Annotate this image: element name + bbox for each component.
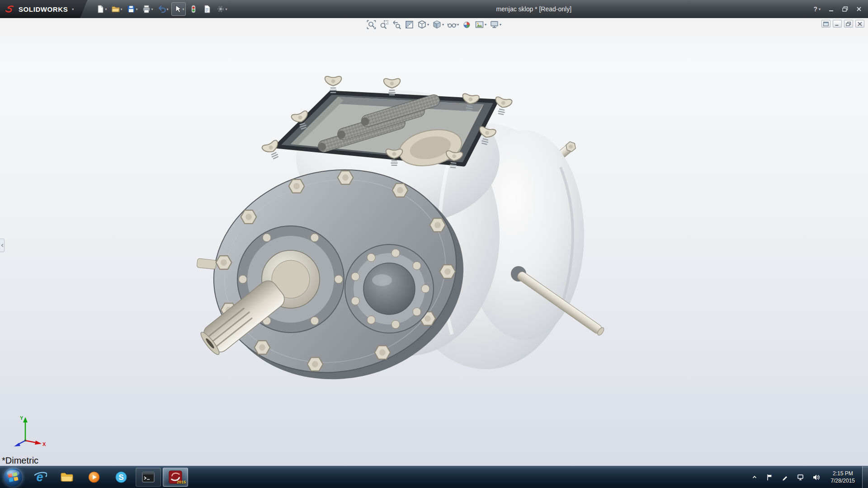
view-settings-dropdown[interactable]: ▾ [500,23,501,27]
windows-start-orb-icon [4,468,23,487]
triad-x-label: X [42,441,46,447]
taskbar-solidworks-2015[interactable]: 2015 [163,468,188,487]
view-orientation-label: *Dimetric [2,455,38,466]
print-dropdown[interactable]: ▾ [151,7,153,11]
document-window-icon [823,22,829,26]
taskbar-internet-explorer[interactable]: e [27,468,52,487]
skype-icon: S [114,470,128,484]
action-center-flag-icon [766,474,773,481]
app-brand: SOLIDWORKS [19,5,68,13]
network-status-button[interactable] [796,470,806,484]
file-properties-button[interactable] [201,2,213,16]
menu-chevron-icon[interactable]: ▾ [72,7,74,11]
system-tray: 2:15 PM 7/28/2015 [750,470,862,484]
taskbar-command-prompt[interactable] [136,468,161,487]
help-dropdown[interactable]: ▾ [819,7,821,11]
select-cursor-icon [173,5,182,14]
taskbar: e [0,466,868,488]
save-dropdown[interactable]: ▾ [136,7,137,11]
orientation-triad: Y X [6,413,47,449]
pen-input-icon [782,474,788,481]
help-glyph: ? [813,5,817,13]
new-dropdown[interactable]: ▾ [105,7,107,11]
view-settings-button[interactable]: ▾ [490,20,501,29]
document-window-controls [821,20,864,28]
taskbar-clock[interactable]: 2:15 PM 7/28/2015 [826,470,859,484]
document-restore-button[interactable] [844,20,853,28]
side-cover-boss [345,244,434,333]
pen-input-button[interactable] [780,470,790,484]
undo-button[interactable]: ▾ [156,2,170,16]
document-close-button[interactable] [855,20,864,28]
display-style-button[interactable]: ▾ [432,20,444,29]
svg-text:S: S [118,473,123,482]
clock-time: 2:15 PM [831,470,855,477]
rebuild-stoplight-icon [189,5,198,14]
zoom-to-area-button[interactable] [379,20,389,29]
rebuild-button[interactable] [188,2,199,16]
graphics-area[interactable]: ▾ ▾ ▾ [0,18,868,466]
apply-scene-button[interactable]: ▾ [475,20,486,29]
hide-show-glasses-icon [447,20,457,29]
help-button[interactable]: ? ▾ [813,5,821,13]
document-close-icon [857,22,863,26]
zoom-to-fit-button[interactable] [367,20,376,29]
taskbar-skype[interactable]: S [108,468,134,487]
print-button[interactable]: ▾ [141,2,154,16]
taskbar-windows-explorer[interactable] [54,468,80,487]
previous-view-button[interactable] [392,20,401,29]
restore-button[interactable] [842,6,848,12]
file-properties-icon [203,5,212,14]
display-style-dropdown[interactable]: ▾ [442,23,444,27]
view-orientation-button[interactable]: ▾ [417,20,429,29]
select-tool-button[interactable]: ▾ [171,2,186,16]
folder-icon [60,470,74,484]
titlebar-toolbar: ▾ ▾ ▾ [94,2,228,16]
document-minimize-button[interactable] [833,20,842,28]
save-button[interactable]: ▾ [125,2,139,16]
open-folder-icon [111,5,120,14]
view-settings-monitor-icon [490,20,499,29]
apply-scene-dropdown[interactable]: ▾ [485,23,486,27]
volume-icon [812,474,820,481]
document-window-menu-button[interactable] [821,20,830,28]
section-view-icon [405,20,414,29]
open-dropdown[interactable]: ▾ [120,7,122,11]
show-desktop-button[interactable] [862,466,868,488]
solidworks-version-badge: 2015 [177,480,186,484]
view-orientation-dropdown[interactable]: ▾ [427,23,429,27]
start-button[interactable] [4,468,23,487]
volume-button[interactable] [811,470,821,484]
close-icon [856,6,862,12]
chevron-up-icon [751,474,758,480]
taskbar-media-player[interactable] [81,468,107,487]
action-center-button[interactable] [765,470,775,484]
options-button[interactable]: ▾ [215,2,228,16]
document-restore-icon [846,22,851,26]
new-document-button[interactable]: ▾ [94,2,108,16]
document-title: menjac sklop * [Read-only] [496,5,572,13]
show-hidden-icons-button[interactable] [750,470,760,484]
chevron-left-icon [1,244,4,247]
media-player-icon [87,470,101,484]
hide-show-dropdown[interactable]: ▾ [457,23,459,27]
panel-collapse-arrow[interactable] [0,239,5,252]
solidworks-menu[interactable]: SOLIDWORKS ▾ [0,0,87,18]
open-button[interactable]: ▾ [110,2,123,16]
display-style-cube-icon [432,20,442,29]
section-view-button[interactable] [405,20,414,29]
print-icon [142,5,151,14]
minimize-icon [829,6,834,12]
gearbox-3d-model[interactable] [0,18,868,466]
command-prompt-icon [142,471,155,483]
restore-icon [842,6,848,12]
undo-dropdown[interactable]: ▾ [166,7,168,11]
edit-appearance-button[interactable] [462,20,472,29]
previous-view-icon [392,20,401,29]
triad-y-label: Y [20,415,24,421]
options-dropdown[interactable]: ▾ [225,7,227,11]
minimize-button[interactable] [829,6,834,12]
hide-show-items-button[interactable]: ▾ [447,20,459,29]
select-dropdown[interactable]: ▾ [182,7,184,11]
close-button[interactable] [856,6,862,12]
